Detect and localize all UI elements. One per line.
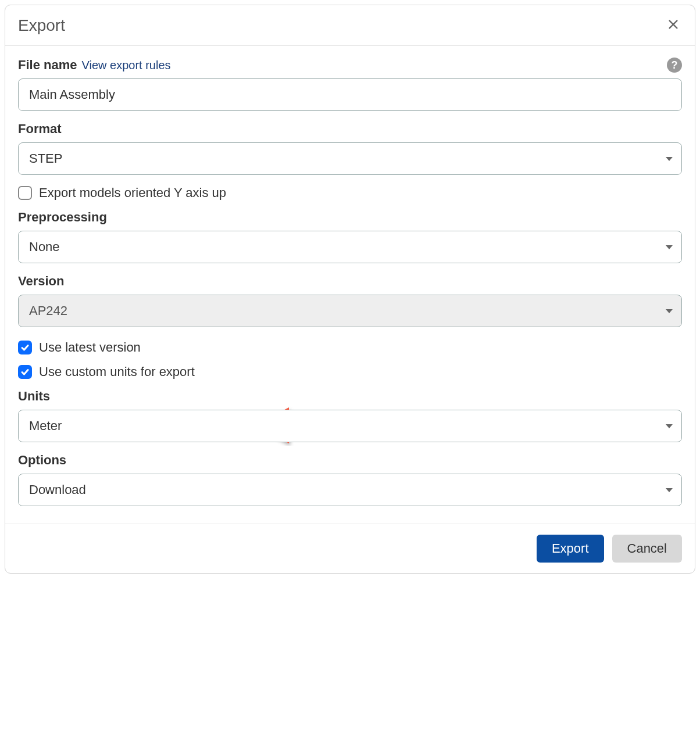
dialog-header: Export [5,5,695,46]
units-group: Units Meter [18,389,682,442]
version-select-value: AP242 [29,303,67,318]
file-name-label-row: File name View export rules ? [18,58,682,73]
use-latest-label[interactable]: Use latest version [39,340,141,355]
options-select-value: Download [29,482,86,497]
view-export-rules-link[interactable]: View export rules [81,59,170,72]
export-button[interactable]: Export [537,535,604,563]
y-axis-up-label[interactable]: Export models oriented Y axis up [39,185,226,200]
version-group: Version AP242 [18,274,682,327]
file-name-input[interactable] [18,78,682,111]
use-custom-units-checkbox[interactable] [18,365,32,379]
format-select-wrap: STEP [18,142,682,175]
format-select[interactable]: STEP [18,142,682,175]
use-custom-units-row: Use custom units for export [18,364,682,379]
use-custom-units-label[interactable]: Use custom units for export [39,364,195,379]
file-name-label: File name View export rules [18,58,171,73]
dialog-title: Export [18,16,65,35]
y-axis-up-row: Export models oriented Y axis up [18,185,682,200]
options-label: Options [18,453,66,468]
dialog-footer: Export Cancel [5,524,695,573]
format-select-value: STEP [29,151,62,166]
dialog-body: File name View export rules ? Format STE… [5,46,695,524]
preprocessing-select[interactable]: None [18,231,682,263]
preprocessing-group: Preprocessing None [18,210,682,263]
units-select-value: Meter [29,418,62,434]
preprocessing-select-wrap: None [18,231,682,263]
options-select-wrap: Download [18,474,682,506]
y-axis-up-checkbox[interactable] [18,186,32,200]
close-button[interactable] [665,16,682,35]
options-select[interactable]: Download [18,474,682,506]
file-name-label-text: File name [18,58,77,73]
units-select[interactable]: Meter [18,410,682,442]
format-group: Format STEP [18,121,682,175]
use-latest-checkbox[interactable] [18,341,32,354]
version-select-wrap: AP242 [18,295,682,327]
format-label: Format [18,121,62,137]
options-group: Options Download [18,453,682,506]
preprocessing-label: Preprocessing [18,210,107,225]
close-icon [667,18,680,33]
units-label: Units [18,389,50,404]
version-label: Version [18,274,64,289]
units-select-wrap: Meter [18,410,682,442]
file-name-group: File name View export rules ? [18,58,682,111]
help-icon[interactable]: ? [667,58,682,73]
version-select[interactable]: AP242 [18,295,682,327]
preprocessing-select-value: None [29,239,60,255]
use-latest-row: Use latest version [18,340,682,355]
cancel-button[interactable]: Cancel [612,535,682,563]
export-dialog: Export File name View export rules ? [5,5,695,574]
